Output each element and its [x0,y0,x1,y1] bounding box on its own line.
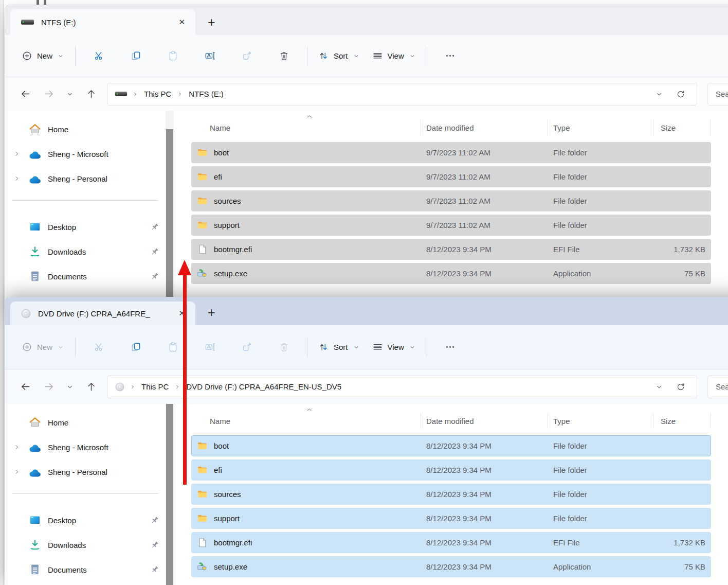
sidebar-item-onedrive-microsoft[interactable]: Sheng - Microsoft [5,146,166,162]
new-tab-button[interactable]: + [208,16,215,29]
pin-icon[interactable] [150,272,159,281]
sidebar-item-downloads[interactable]: Downloads [5,244,166,259]
file-row[interactable]: boot 8/12/2023 9:34 PM File folder [191,435,711,456]
back-button[interactable] [13,84,37,104]
column-header-date[interactable]: Date modified [421,120,548,135]
up-button[interactable] [79,84,103,104]
delete-button[interactable] [271,337,296,358]
column-header-size[interactable]: Size [653,120,711,135]
cut-button[interactable] [86,46,111,66]
column-header-type[interactable]: Type [548,413,653,429]
up-button[interactable] [79,377,103,397]
sort-button[interactable]: Sort [312,338,366,357]
pin-icon[interactable] [150,247,159,257]
sidebar-item-home[interactable]: Home [5,121,166,137]
search-input[interactable]: Sea [707,376,728,398]
address-dropdown-button[interactable] [648,378,670,396]
address-dropdown-button[interactable] [648,85,670,103]
chevron-right-icon[interactable] [13,444,21,451]
sort-button[interactable]: Sort [312,46,366,65]
file-row[interactable]: efi 8/12/2023 9:34 PM File folder [191,459,711,481]
cut-icon [94,342,104,352]
paste-button[interactable] [160,46,185,66]
file-row[interactable]: boot 9/7/2023 11:02 AM File folder [191,142,711,163]
file-row[interactable]: bootmgr.efi 8/12/2023 9:34 PM EFI File 1… [191,532,711,553]
column-header-name[interactable]: Name [191,417,421,426]
delete-button[interactable] [271,46,296,66]
sidebar-scrollbar[interactable] [166,111,174,306]
search-input[interactable]: Sea [707,83,728,105]
red-arrow-annotation [183,274,187,485]
folder-icon [197,465,208,475]
share-button[interactable] [234,46,259,66]
file-row[interactable]: setup.exe 8/12/2023 9:34 PM Application … [191,556,711,577]
sidebar-item-home[interactable]: Home [5,415,166,430]
sidebar-item-documents[interactable]: Documents [5,562,166,577]
new-tab-button[interactable]: + [208,306,215,319]
scrollbar-thumb[interactable] [166,129,173,306]
copy-button[interactable] [123,337,148,358]
column-header-name[interactable]: Name [191,123,421,132]
paste-button[interactable] [160,337,185,358]
dvd-icon [21,308,31,319]
pin-icon[interactable] [150,565,159,575]
refresh-icon [676,382,685,392]
share-button[interactable] [234,337,259,358]
scrollbar-thumb[interactable] [166,404,173,585]
file-row[interactable]: setup.exe 8/12/2023 9:34 PM Application … [191,263,711,284]
breadcrumb[interactable]: This PC NTFS (E:) [107,83,697,105]
column-header-date[interactable]: Date modified [421,413,548,429]
pin-icon[interactable] [150,222,159,232]
sidebar-item-onedrive-microsoft[interactable]: Sheng - Microsoft [5,439,166,455]
tab-dvd-drive[interactable]: DVD Drive (F:) CPRA_A64FRE_ ✕ [10,302,195,325]
more-options-button[interactable] [438,337,463,358]
rename-button[interactable] [197,337,222,358]
breadcrumb[interactable]: This PC DVD Drive (F:) CPRA_A64FRE_EN-US… [107,376,697,398]
sidebar-item-documents[interactable]: Documents [5,269,166,284]
explorer-window-dvd: DVD Drive (F:) CPRA_A64FRE_ ✕ + New Sort [5,297,728,585]
recent-locations-button[interactable] [61,84,79,104]
file-rows: boot 9/7/2023 11:02 AM File folder efi 9… [191,142,728,284]
tab-close-button[interactable]: ✕ [175,15,188,29]
new-button[interactable]: New [15,46,70,65]
forward-button[interactable] [37,84,61,104]
file-row[interactable]: sources 8/12/2023 9:34 PM File folder [191,484,711,505]
chevron-right-icon[interactable] [13,468,21,475]
file-row[interactable]: efi 9/7/2023 11:02 AM File folder [191,166,711,187]
file-row[interactable]: support 8/12/2023 9:34 PM File folder [191,508,711,529]
view-button[interactable]: View [366,338,422,357]
sidebar-item-onedrive-personal[interactable]: Sheng - Personal [5,464,166,480]
new-button[interactable]: New [15,338,70,357]
breadcrumb-this-pc[interactable]: This PC [143,87,172,100]
breadcrumb-location[interactable]: DVD Drive (F:) CPRA_A64FRE_EN-US_DV5 [185,380,342,393]
recent-locations-button[interactable] [61,377,79,397]
sidebar-item-desktop[interactable]: Desktop [5,219,166,235]
column-header-size[interactable]: Size [653,413,711,429]
more-options-button[interactable] [438,46,463,66]
chevron-right-icon[interactable] [13,175,21,182]
rename-button[interactable] [197,46,222,66]
breadcrumb-location[interactable]: NTFS (E:) [188,87,225,100]
cut-button[interactable] [86,337,111,358]
sidebar-item-downloads[interactable]: Downloads [5,537,166,553]
pin-icon[interactable] [150,516,159,525]
file-row[interactable]: support 9/7/2023 11:02 AM File folder [191,215,711,236]
breadcrumb-this-pc[interactable]: This PC [140,380,170,393]
pin-icon[interactable] [150,540,159,550]
back-button[interactable] [13,377,37,397]
sidebar-item-desktop[interactable]: Desktop [5,512,166,528]
copy-button[interactable] [123,46,148,66]
tab-ntfs[interactable]: NTFS (E:) ✕ [10,9,195,35]
refresh-button[interactable] [670,85,691,103]
file-list: Name Date modified Type Size boot 9/7/20… [174,111,728,306]
file-row[interactable]: sources 9/7/2023 11:02 AM File folder [191,190,711,211]
chevron-right-icon[interactable] [13,150,21,157]
sidebar-item-onedrive-personal[interactable]: Sheng - Personal [5,171,166,186]
refresh-button[interactable] [670,378,691,396]
view-button[interactable]: View [366,46,422,65]
file-row[interactable]: bootmgr.efi 8/12/2023 9:34 PM EFI File 1… [191,239,711,260]
forward-button[interactable] [37,377,61,397]
chevron-down-icon [353,344,360,351]
sidebar-scrollbar[interactable] [166,404,174,585]
column-header-type[interactable]: Type [548,120,653,135]
